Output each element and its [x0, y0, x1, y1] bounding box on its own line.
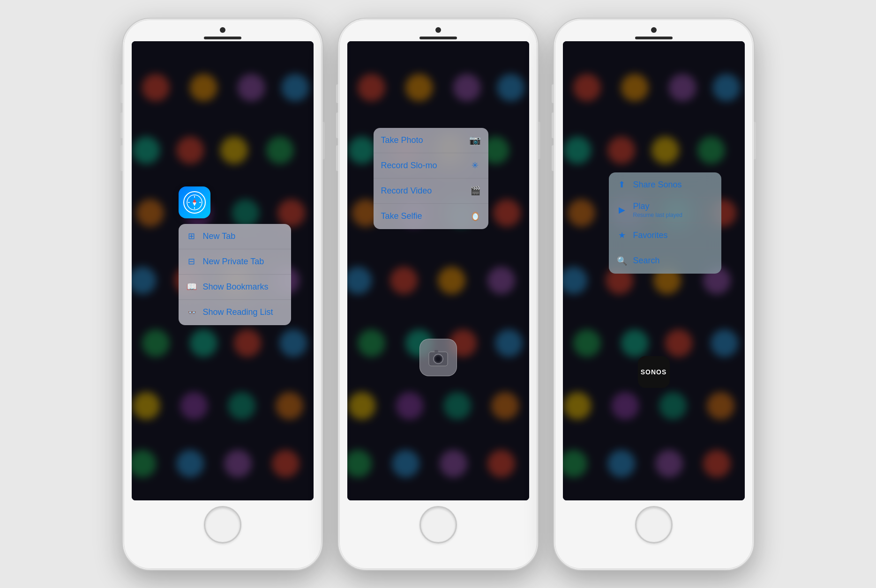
record-slomo-item[interactable]: Record Slo-mo ✳ — [374, 153, 488, 179]
power-button[interactable] — [754, 122, 756, 159]
share-sonos-item[interactable]: ⬆ Share Sonos — [609, 172, 721, 198]
share-sonos-label: Share Sonos — [633, 180, 682, 190]
safari-context-menu: ⊞ New Tab ⊟ New Private Tab 📖 Show Bookm… — [179, 224, 291, 325]
take-selfie-item[interactable]: Take Selfie 🪞 — [374, 204, 488, 229]
power-button[interactable] — [538, 122, 540, 159]
take-selfie-label: Take Selfie — [381, 211, 422, 221]
svg-point-10 — [436, 357, 440, 361]
selfie-icon: 🪞 — [470, 211, 481, 222]
camera-app-icon[interactable] — [419, 339, 457, 376]
phone-top — [554, 19, 754, 39]
phone-top — [123, 19, 322, 39]
sonos-phone: ⬆ Share Sonos ▶ Play Resume last played … — [553, 18, 755, 571]
favorites-item[interactable]: ★ Favorites — [609, 223, 721, 248]
search-icon: 🔍 — [616, 256, 628, 266]
sonos-screen: ⬆ Share Sonos ▶ Play Resume last played … — [563, 41, 745, 500]
take-photo-label: Take Photo — [381, 135, 423, 145]
safari-phone: ⊞ New Tab ⊟ New Private Tab 📖 Show Bookm… — [122, 18, 323, 571]
camera-context-menu: Take Photo 📷 Record Slo-mo ✳ Record Vide… — [374, 128, 488, 229]
show-reading-list-label: Show Reading List — [203, 307, 273, 317]
compass-icon — [183, 191, 206, 214]
play-label: Play — [633, 201, 682, 211]
favorites-label: Favorites — [633, 231, 668, 240]
safari-screen: ⊞ New Tab ⊟ New Private Tab 📖 Show Bookm… — [132, 41, 314, 500]
record-video-label: Record Video — [381, 186, 432, 196]
home-button[interactable] — [419, 506, 457, 543]
home-button[interactable] — [204, 506, 241, 543]
reading-list-icon: 👓 — [186, 309, 197, 316]
camera-icon: 📷 — [469, 134, 481, 146]
volume-up-button[interactable] — [552, 112, 554, 138]
mute-button[interactable] — [552, 84, 554, 103]
speaker — [635, 37, 673, 39]
camera-screen: Take Photo 📷 Record Slo-mo ✳ Record Vide… — [347, 41, 529, 500]
phones-container: ⊞ New Tab ⊟ New Private Tab 📖 Show Bookm… — [0, 0, 876, 588]
speaker — [204, 37, 241, 39]
volume-up-button[interactable] — [120, 112, 123, 138]
share-content: Share Sonos — [633, 180, 682, 190]
front-camera — [220, 27, 225, 33]
svg-marker-6 — [193, 202, 196, 206]
new-tab-label: New Tab — [203, 231, 236, 241]
search-content: Search — [633, 256, 660, 266]
play-icon: ▶ — [616, 205, 628, 215]
camera-phone: Take Photo 📷 Record Slo-mo ✳ Record Vide… — [337, 18, 539, 571]
front-camera — [435, 27, 441, 33]
play-sublabel: Resume last played — [633, 212, 682, 218]
sonos-app-icon[interactable]: SONOS — [638, 356, 670, 388]
speaker — [419, 37, 457, 39]
volume-down-button[interactable] — [336, 145, 338, 171]
slomo-icon: ✳ — [470, 160, 481, 171]
volume-down-button[interactable] — [552, 145, 554, 171]
show-bookmarks-item[interactable]: 📖 Show Bookmarks — [179, 275, 291, 300]
favorites-content: Favorites — [633, 231, 668, 240]
dark-overlay — [347, 41, 529, 500]
play-content: Play Resume last played — [633, 201, 682, 218]
volume-down-button[interactable] — [120, 145, 123, 171]
front-camera — [651, 27, 657, 33]
mute-button[interactable] — [120, 84, 123, 103]
new-private-tab-label: New Private Tab — [203, 257, 264, 267]
mute-button[interactable] — [336, 84, 338, 103]
new-tab-item[interactable]: ⊞ New Tab — [179, 224, 291, 249]
volume-up-button[interactable] — [336, 112, 338, 138]
show-bookmarks-label: Show Bookmarks — [203, 282, 269, 292]
show-reading-list-item[interactable]: 👓 Show Reading List — [179, 300, 291, 325]
sonos-logo-text: SONOS — [641, 368, 667, 376]
new-private-tab-item[interactable]: ⊟ New Private Tab — [179, 249, 291, 275]
sonos-context-menu: ⬆ Share Sonos ▶ Play Resume last played … — [609, 172, 721, 274]
record-video-item[interactable]: Record Video 🎬 — [374, 179, 488, 204]
share-icon: ⬆ — [616, 179, 628, 190]
play-item[interactable]: ▶ Play Resume last played — [609, 198, 721, 223]
phone-top — [338, 19, 538, 39]
home-button[interactable] — [635, 506, 673, 543]
power-button[interactable] — [322, 122, 325, 159]
video-icon: 🎬 — [470, 186, 481, 196]
search-item[interactable]: 🔍 Search — [609, 248, 721, 274]
svg-rect-11 — [434, 350, 438, 352]
safari-app-icon[interactable] — [179, 186, 210, 218]
favorites-icon: ★ — [616, 230, 628, 240]
record-slomo-label: Record Slo-mo — [381, 161, 437, 171]
bookmarks-icon: 📖 — [186, 282, 197, 292]
search-label: Search — [633, 256, 660, 266]
new-tab-icon: ⊞ — [186, 231, 197, 241]
new-private-tab-icon: ⊟ — [186, 256, 197, 267]
take-photo-item[interactable]: Take Photo 📷 — [374, 128, 488, 153]
